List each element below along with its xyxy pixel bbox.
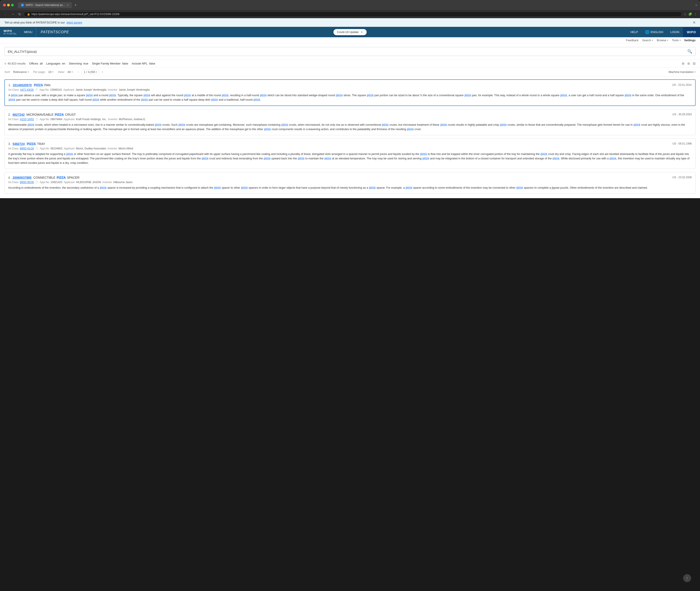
search-dropdown-arrow: ▾ (652, 39, 653, 42)
login-button[interactable]: LOGIN (667, 27, 683, 37)
applicant-label: Applicant (64, 147, 74, 150)
filters-bar: ≡ 40,923 results Offices all Languages e… (0, 60, 700, 68)
filter-icon: ≡ (4, 62, 6, 65)
view-label: View: (58, 70, 65, 74)
banner-link[interactable]: short survey (67, 21, 82, 24)
result-patent-number[interactable]: 20060037885 (13, 176, 32, 179)
total-pages: 4,093 (88, 70, 95, 74)
result-patent-number[interactable]: 20140020570 (13, 83, 32, 87)
machine-translation-selector[interactable]: Machine translation ▾ (669, 70, 696, 74)
wipo-right-logo[interactable]: WIPO (683, 27, 700, 37)
tools-label: Tools (672, 39, 679, 42)
appl-no-label: Appl.No (39, 88, 49, 91)
int-class-value[interactable]: B65D 81/26 (20, 147, 34, 150)
result-patent-number[interactable]: 5482724 (13, 142, 25, 146)
browser-menu-icon[interactable]: ⋮ (694, 12, 697, 16)
browser-menu-chevron[interactable]: ▾ (696, 4, 697, 7)
browser-tab[interactable]: W WIPO - Search International an... ✕ (18, 2, 72, 8)
appl-no-label: Appl.No (40, 118, 49, 121)
close-window-button[interactable] (3, 4, 6, 6)
offices-label: Offices (29, 62, 38, 65)
inventor-label: Inventor (108, 88, 117, 91)
menu-button[interactable]: MENU (20, 27, 36, 37)
wipo-logo-top: WIPO (4, 29, 12, 32)
tools-nav-item[interactable]: Tools ▾ (672, 39, 681, 42)
result-patent-number[interactable]: 6627242 (13, 113, 25, 116)
result-country-date: US - 30.09.2003 (673, 113, 692, 116)
family-value: false (122, 62, 128, 65)
applicant-value: Jamie Joseph Ventimeglia (76, 88, 107, 91)
int-class-label: Int.Class (8, 118, 19, 121)
result-country-date: US - 09.01.1996 (673, 142, 692, 145)
stemming-filter: Stemming true (69, 62, 88, 65)
result-number: 3. (8, 142, 11, 146)
per-page-selector[interactable]: Per page: 10 ▾ (33, 70, 53, 74)
language-selector[interactable]: 🌐 ENGLISH (641, 27, 667, 37)
sort-value: Relevance (13, 70, 26, 74)
machine-translation-label: Machine translation (669, 70, 694, 74)
view-selector[interactable]: View: All ▾ (58, 70, 73, 74)
rss-icon[interactable]: ⊕ (682, 61, 685, 66)
inventor-value: Jamie Joseph Ventimeglia (119, 88, 150, 91)
search-input[interactable] (8, 50, 687, 53)
next-page-button[interactable]: › (101, 69, 104, 74)
view-dropdown-arrow: ▾ (72, 71, 73, 73)
minimize-window-button[interactable] (7, 4, 10, 6)
int-class-value[interactable]: A47J 43/18 (20, 88, 34, 91)
search-box: 🔍 (4, 47, 696, 56)
offices-value[interactable]: all (40, 62, 43, 65)
per-page-dropdown-arrow: ▾ (52, 71, 53, 73)
prev-page-button[interactable]: ‹ (77, 69, 80, 74)
int-class-value[interactable]: A21D 10/02 (20, 118, 34, 121)
result-metadata: Int.Class A47J 43/18 ? Appl.No 13949141 … (8, 88, 692, 91)
result-card: 2. 6627242 MICROWAVEABLE PIZZA CRUST US … (4, 109, 696, 135)
offices-filter: Offices all (29, 62, 43, 65)
int-class-help[interactable]: ? (35, 181, 38, 184)
tab-close-button[interactable]: ✕ (67, 4, 69, 7)
inventor-value: Morici Alfred (119, 147, 133, 150)
browse-nav-item[interactable]: Browse ▾ (657, 39, 668, 42)
forward-button[interactable]: → (10, 12, 15, 17)
bookmark-icon[interactable]: ☆ (684, 12, 687, 16)
appl-no-value: 10921423 (51, 181, 62, 184)
results-count: 40,923 results (8, 62, 26, 65)
stemming-value: true (83, 62, 88, 65)
settings-nav-item[interactable]: Settings (684, 39, 696, 42)
inventor-value: Hilbourne Jason (113, 181, 133, 184)
int-class-help[interactable]: ? (35, 118, 38, 121)
search-submit-button[interactable]: 🔍 (687, 49, 692, 54)
share-icon[interactable]: ⊗ (687, 61, 690, 66)
search-nav-item[interactable]: Search ▾ (642, 39, 653, 42)
family-filter: Single Family Member false (92, 62, 128, 65)
int-class-help[interactable]: ? (35, 88, 38, 91)
int-class-value[interactable]: B65D 85/30 (20, 181, 34, 184)
appl-no-value: 09679484 (51, 118, 62, 121)
fullscreen-window-button[interactable] (11, 4, 14, 6)
info-banner: Tell us what you think of PATENTSCOPE in… (0, 18, 700, 27)
appl-no-label: Appl.No (40, 147, 49, 150)
machine-translation-dropdown-arrow: ▾ (694, 71, 696, 73)
secure-icon: 🔒 (27, 13, 30, 16)
help-button[interactable]: HELP (627, 27, 641, 37)
result-highlight-word: PIZZA (54, 113, 64, 116)
feedback-nav-item[interactable]: Feedback (626, 39, 639, 42)
result-patent-title: PIZZA PAN (33, 83, 50, 87)
wipo-logo[interactable]: WIPO IP PORTAL (0, 27, 20, 37)
layout-icon[interactable]: ⊞ (693, 61, 696, 66)
new-tab-button[interactable]: + (74, 3, 77, 7)
covid-close-button[interactable]: ✕ (360, 30, 363, 34)
page-selector[interactable]: 1 / 4,093 ▾ (82, 70, 99, 74)
traffic-lights (3, 4, 14, 6)
result-country-date: US - 23.01.2014 (672, 83, 692, 86)
banner-close-button[interactable]: ✕ (693, 20, 696, 24)
applicant-label: Applicant (63, 88, 74, 91)
back-button[interactable]: ← (3, 12, 8, 17)
sort-selector[interactable]: Sort: Relevance ▾ (4, 70, 29, 74)
extensions-icon[interactable]: 🧩 (688, 12, 692, 16)
int-class-help[interactable]: ? (35, 147, 38, 150)
url-bar[interactable]: 🔒 https://patentscope.wipo.int/search/en… (24, 11, 682, 17)
login-label: LOGIN (670, 30, 679, 34)
patentscope-brand[interactable]: PATENTSCOPE (36, 27, 73, 37)
inventor-label: Inventor (108, 147, 117, 150)
reload-button[interactable]: ↻ (17, 12, 22, 17)
